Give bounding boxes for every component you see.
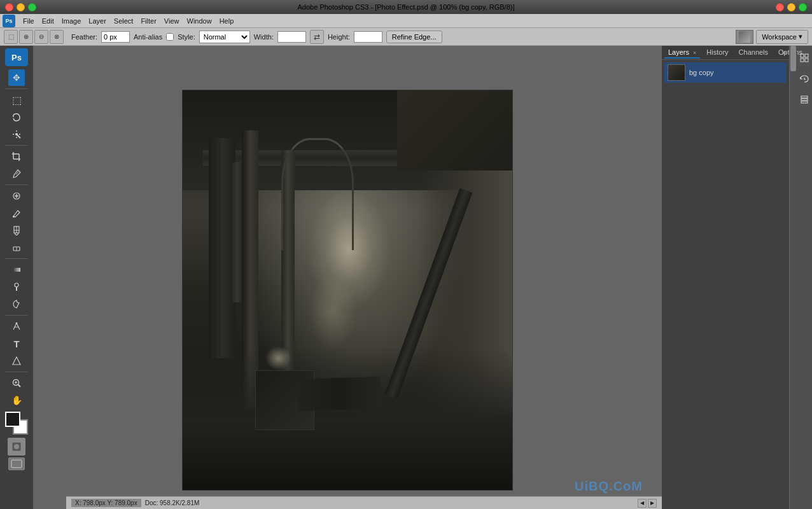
svg-rect-32 bbox=[13, 461, 20, 466]
burn-tool[interactable] bbox=[8, 296, 25, 312]
svg-line-26 bbox=[18, 385, 21, 387]
traffic-lights-right bbox=[776, 3, 807, 11]
panel-icon-history[interactable] bbox=[799, 69, 810, 88]
menu-file[interactable]: File bbox=[19, 16, 38, 26]
shape-tool[interactable] bbox=[8, 352, 25, 369]
workspace-area: Workspace ▾ bbox=[736, 30, 808, 44]
maximize-button-right[interactable] bbox=[799, 3, 807, 11]
panel-tabs: Layers × History Channels Options Paths … bbox=[662, 46, 789, 60]
brush-tool[interactable] bbox=[8, 205, 25, 221]
menu-window[interactable]: Window bbox=[183, 16, 216, 26]
lasso-tool[interactable] bbox=[8, 109, 25, 125]
maximize-button[interactable] bbox=[28, 3, 36, 11]
menu-filter[interactable]: Filter bbox=[137, 16, 160, 26]
svg-marker-24 bbox=[13, 357, 20, 365]
panel-icon-layers[interactable] bbox=[799, 90, 810, 109]
nav-prev-btn[interactable]: ◀ bbox=[638, 499, 647, 508]
eraser-tool[interactable] bbox=[8, 239, 25, 256]
bottom-status-bar: X: 798.0px Y: 789.0px Doc: 958.2K/2.81M … bbox=[66, 496, 662, 509]
anti-alias-label: Anti-alias bbox=[134, 33, 162, 41]
menu-select[interactable]: Select bbox=[110, 16, 137, 26]
subtract-selection-btn[interactable]: ⊖ bbox=[34, 30, 48, 44]
magic-wand-tool[interactable] bbox=[8, 126, 25, 143]
svg-rect-20 bbox=[13, 268, 20, 272]
layers-panel: bg copy bbox=[662, 60, 789, 87]
marquee-tool[interactable]: ⬚ bbox=[8, 92, 25, 108]
refine-edge-btn[interactable]: Refine Edge... bbox=[386, 31, 442, 43]
menu-bar: Ps File Edit Image Layer Select Filter V… bbox=[0, 14, 812, 28]
tab-layers[interactable]: Layers × bbox=[664, 47, 700, 59]
foreground-color[interactable] bbox=[5, 412, 20, 427]
canvas-container bbox=[182, 90, 513, 491]
height-input[interactable] bbox=[354, 31, 382, 43]
width-label: Width: bbox=[254, 33, 274, 41]
layer-item-bg-copy[interactable]: bg copy bbox=[664, 62, 787, 83]
clone-stamp-tool[interactable] bbox=[8, 222, 25, 239]
style-select[interactable]: Normal Fixed Ratio Fixed Size bbox=[199, 31, 250, 43]
tab-paths[interactable]: Paths bbox=[809, 47, 812, 59]
right-scrollbar[interactable] bbox=[789, 46, 797, 509]
new-selection-btn[interactable]: ⬚ bbox=[4, 30, 18, 44]
close-button[interactable] bbox=[5, 3, 13, 11]
tab-channels[interactable]: Channels bbox=[735, 47, 772, 59]
svg-rect-40 bbox=[801, 99, 808, 101]
watermark: UiBQ.CoM bbox=[575, 479, 643, 494]
svg-point-30 bbox=[14, 444, 19, 449]
marquee-tool-options: ⬚ ⊕ ⊖ ⊗ bbox=[4, 30, 64, 44]
menu-edit[interactable]: Edit bbox=[38, 16, 58, 26]
type-tool[interactable]: T bbox=[8, 335, 25, 352]
feather-input[interactable] bbox=[101, 31, 130, 43]
menu-help[interactable]: Help bbox=[216, 16, 238, 26]
anti-alias-checkbox[interactable] bbox=[166, 33, 174, 41]
move-tool[interactable]: ✥ bbox=[8, 69, 25, 86]
tab-layers-close[interactable]: × bbox=[693, 50, 696, 56]
menu-image[interactable]: Image bbox=[58, 16, 85, 26]
layer-thumb-bg-copy bbox=[668, 64, 685, 81]
add-selection-btn[interactable]: ⊕ bbox=[19, 30, 33, 44]
quick-mask-btn[interactable] bbox=[8, 438, 25, 456]
crop-tool[interactable] bbox=[8, 148, 25, 165]
workspace-btn[interactable]: Workspace ▾ bbox=[756, 30, 808, 44]
dodge-tool[interactable] bbox=[8, 279, 25, 295]
hand-tool[interactable]: ✋ bbox=[8, 392, 25, 408]
style-label: Style: bbox=[178, 33, 195, 41]
canvas-area: X: 798.0px Y: 789.0px Doc: 958.2K/2.81M … bbox=[33, 46, 662, 509]
minimize-button[interactable] bbox=[17, 3, 25, 11]
photo-floor bbox=[183, 350, 512, 490]
menu-view[interactable]: View bbox=[160, 16, 183, 26]
close-button-right[interactable] bbox=[776, 3, 784, 11]
width-input[interactable] bbox=[277, 31, 306, 43]
canvas-image bbox=[182, 90, 513, 491]
brush-preview-btn[interactable] bbox=[736, 30, 753, 44]
photo-arch bbox=[281, 138, 354, 250]
title-bar: Adobe Photoshop CS3 - [Photo Effect.psd … bbox=[0, 0, 812, 14]
healing-brush-tool[interactable] bbox=[8, 188, 25, 204]
svg-rect-36 bbox=[805, 59, 808, 62]
swap-dimensions-btn[interactable]: ⇄ bbox=[310, 30, 324, 44]
intersect-selection-btn[interactable]: ⊗ bbox=[50, 30, 64, 44]
zoom-tool[interactable] bbox=[8, 375, 25, 391]
svg-rect-41 bbox=[801, 96, 808, 98]
right-side-panel bbox=[797, 46, 812, 509]
left-toolbar: Ps ✥ ⬚ bbox=[0, 46, 33, 509]
eyedropper-tool[interactable] bbox=[8, 165, 25, 182]
menu-layer[interactable]: Layer bbox=[85, 16, 110, 26]
traffic-lights-left bbox=[5, 3, 36, 11]
title-bar-text: Adobe Photoshop CS3 - [Photo Effect.psd … bbox=[298, 3, 515, 11]
zoom-display: X: 798.0px Y: 789.0px bbox=[71, 499, 141, 507]
gradient-tool[interactable] bbox=[8, 261, 25, 278]
nav-next-btn[interactable]: ▶ bbox=[648, 499, 657, 508]
status-info: Doc: 958.2K/2.81M bbox=[145, 499, 200, 506]
panel-collapse-btn[interactable]: » bbox=[781, 47, 787, 57]
screen-mode-btn[interactable] bbox=[8, 457, 25, 470]
height-label: Height: bbox=[328, 33, 350, 41]
ps-logo-panel: Ps bbox=[5, 48, 28, 66]
scrollbar-thumb[interactable] bbox=[790, 46, 796, 71]
pen-tool[interactable] bbox=[8, 318, 25, 335]
main-layout: Ps ✥ ⬚ bbox=[0, 46, 812, 509]
panels-area: Layers × History Channels Options Paths … bbox=[662, 46, 789, 509]
svg-point-14 bbox=[13, 216, 15, 218]
tab-history[interactable]: History bbox=[703, 47, 732, 59]
ps-logo: Ps bbox=[3, 15, 15, 27]
minimize-button-right[interactable] bbox=[787, 3, 795, 11]
